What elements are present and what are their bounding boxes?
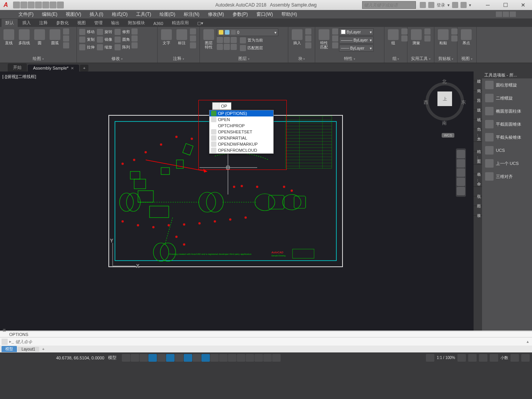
menu-window[interactable]: 窗口(W) — [253, 10, 277, 18]
copy-button[interactable]: 复制 — [78, 36, 95, 43]
ribbon-tab-param[interactable]: 参数化 — [52, 19, 73, 27]
palette-item-7[interactable]: 三维对齐 — [482, 170, 532, 183]
panel-util-title[interactable]: 实用工具 — [408, 56, 433, 62]
text-button[interactable]: 文字 — [159, 28, 174, 55]
menu-file[interactable]: 文件(F) — [15, 10, 37, 18]
dim-button[interactable]: 标注 — [175, 28, 189, 55]
palette-item-3[interactable]: 平截面圆锥体 — [482, 118, 532, 131]
vtab-10[interactable]: 命令... — [474, 174, 482, 187]
line-button[interactable]: 直线 — [2, 28, 16, 55]
user-icon[interactable] — [428, 2, 434, 8]
props-extra2-icon[interactable] — [332, 35, 338, 42]
paste-button[interactable]: 粘贴 — [436, 28, 451, 55]
util-extra1-icon[interactable] — [424, 28, 431, 35]
match-layer-button[interactable]: 匹配图层 — [239, 45, 264, 52]
menu-tools[interactable]: 工具(T) — [132, 10, 155, 18]
ribbon-tab-featured[interactable]: 精选应用 — [168, 19, 193, 27]
qat-undo-icon[interactable] — [50, 2, 57, 8]
qat-save-icon[interactable] — [28, 2, 35, 8]
polar-toggle[interactable] — [148, 354, 157, 362]
cmd-expand-icon[interactable] — [2, 339, 8, 345]
panel-group-title[interactable]: 组 — [385, 56, 406, 62]
menu-param[interactable]: 参数(P) — [229, 10, 252, 18]
ribbon-tab-view[interactable]: 视图 — [73, 19, 90, 27]
units-label[interactable]: 小数 — [500, 355, 508, 361]
panel-layers-title[interactable]: 图层 — [201, 56, 287, 62]
new-tab-button[interactable]: + — [80, 65, 88, 71]
file-tab-assembly[interactable]: Assembly Sample*✕ — [28, 65, 79, 71]
close-button[interactable]: ✕ — [514, 0, 532, 10]
measure-button[interactable]: 测量 — [409, 28, 424, 55]
vtab-9[interactable]: 表格 — [474, 165, 482, 174]
minimize-button[interactable]: ─ — [479, 0, 497, 10]
menu-insert[interactable]: 插入(I) — [86, 10, 107, 18]
layer-props-button[interactable]: 图层 特性 — [201, 28, 216, 55]
vtab-3[interactable]: 建筑 — [474, 100, 482, 110]
vtab-6[interactable]: 土木... — [474, 129, 482, 142]
vtab-4[interactable]: 机械 — [474, 110, 482, 120]
layer-tool3-icon[interactable] — [224, 37, 230, 43]
move-button[interactable]: 移动 — [78, 28, 95, 35]
util-extra2-icon[interactable] — [424, 35, 431, 42]
palette-item-4[interactable]: 平截头棱锥体 — [482, 131, 532, 144]
menu-dim[interactable]: 标注(N) — [180, 10, 203, 18]
zoom-extents-icon[interactable] — [457, 168, 465, 177]
layout-tab-1[interactable]: Layout1 — [18, 347, 39, 352]
doc-min-icon[interactable] — [496, 12, 502, 17]
3dsnap-toggle[interactable] — [175, 354, 183, 362]
login-dropdown-icon[interactable]: ▾ — [447, 3, 450, 8]
mirror-button[interactable]: 镜像 — [96, 36, 113, 43]
panel-clip-title[interactable]: 剪贴板 — [435, 56, 456, 62]
zoom-icon[interactable] — [457, 354, 466, 362]
ribbon-tab-addon[interactable]: 附加模块 — [124, 19, 149, 27]
cart-icon[interactable] — [461, 2, 467, 8]
modify-extra3-icon[interactable] — [131, 42, 138, 48]
layout-add-button[interactable]: + — [40, 346, 47, 352]
vtab-7[interactable]: 结构 — [474, 142, 482, 151]
copy-clip-icon[interactable] — [451, 35, 457, 42]
vtab-5[interactable]: 电力 — [474, 120, 482, 129]
layer-tool5-icon[interactable] — [231, 37, 237, 43]
color-combo[interactable]: ByLayer▾ — [339, 28, 374, 35]
qat-saveas-icon[interactable] — [35, 2, 42, 8]
dynamic-input[interactable]: OP — [212, 102, 231, 110]
ungroup-icon[interactable] — [401, 28, 407, 35]
search-icon[interactable] — [420, 2, 426, 8]
ribbon-tab-manage[interactable]: 管理 — [90, 19, 106, 27]
clean-icon[interactable] — [510, 354, 519, 362]
transp-toggle[interactable] — [210, 354, 219, 362]
doc-close-icon[interactable] — [510, 12, 516, 17]
palette-item-0[interactable]: 圆柱形螺旋 — [482, 78, 532, 91]
doc-max-icon[interactable] — [503, 12, 509, 17]
group-edit-icon[interactable] — [401, 35, 407, 42]
annoscale-icon[interactable] — [426, 354, 434, 362]
layer-tool4-icon[interactable] — [224, 44, 230, 50]
ribbon-tab-output[interactable]: 输出 — [107, 19, 123, 27]
menu-draw[interactable]: 绘图(D) — [156, 10, 179, 18]
unit-toggle[interactable] — [272, 354, 281, 362]
scale-button[interactable]: 缩放 — [96, 44, 113, 51]
mtext-icon[interactable] — [190, 42, 196, 48]
viewcube-face[interactable]: 上 — [437, 91, 452, 106]
palette-title[interactable]: 工具选项板 - 所... — [482, 71, 532, 78]
hatch-icon[interactable] — [63, 42, 69, 48]
palette-item-5[interactable]: UCS — [482, 144, 532, 157]
cmd-recent-icon[interactable]: ▴ — [527, 339, 529, 344]
dyn-toggle[interactable] — [193, 354, 201, 362]
app-logo[interactable]: A — [0, 0, 12, 10]
menu-format[interactable]: 格式(O) — [108, 10, 131, 18]
pan-icon[interactable] — [457, 159, 465, 168]
snap-toggle[interactable] — [131, 354, 139, 362]
palette-item-1[interactable]: 二维螺旋 — [482, 91, 532, 105]
status-model-label[interactable]: 模型 — [108, 355, 116, 361]
trim-button[interactable]: 修剪 — [114, 28, 131, 35]
login-link[interactable]: 登录 — [437, 2, 445, 8]
ac-option-6[interactable]: OPENFROMCLOUD — [209, 147, 273, 153]
layer-tool1-icon[interactable] — [217, 37, 223, 43]
panel-draw-title[interactable]: 绘图 — [1, 56, 76, 62]
search-input[interactable] — [362, 1, 416, 9]
insert-button[interactable]: 插入 — [290, 28, 304, 55]
viewcube[interactable]: 上 北 南 西 东 — [424, 75, 466, 121]
modify-extra1-icon[interactable] — [131, 28, 138, 35]
palette-item-2[interactable]: 椭圆形圆柱体 — [482, 105, 532, 118]
